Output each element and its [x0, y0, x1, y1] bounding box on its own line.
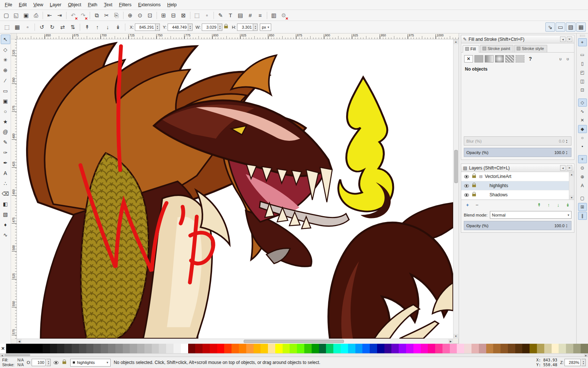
close-icon[interactable]: ✕	[567, 36, 572, 42]
calligraphy-tool[interactable]: ✒	[1, 158, 10, 168]
remove-layer-button[interactable]: −	[473, 201, 481, 208]
snap-object-centers-button[interactable]: ⊙	[578, 164, 587, 172]
move-patterns-toggle[interactable]: ▦	[576, 22, 586, 32]
palette-swatch-35[interactable]	[261, 344, 268, 353]
blur-spinner[interactable]: ▴▾	[564, 138, 569, 144]
palette-swatch-24[interactable]	[181, 344, 188, 353]
rotate-ccw-button[interactable]: ↺	[37, 22, 47, 32]
layers-title-bar[interactable]: ▤ Layers (Shift+Ctrl+L) ◂ ✕	[461, 164, 574, 172]
select-all-button[interactable]: ⬚	[2, 22, 12, 32]
flip-horizontal-button[interactable]: ⇄	[58, 22, 67, 32]
palette-swatch-49[interactable]	[362, 344, 370, 353]
palette-swatch-12[interactable]	[93, 344, 101, 353]
snap-page-border-button[interactable]: ▢	[578, 194, 587, 202]
node-tool[interactable]: ◇	[1, 45, 10, 54]
palette-swatch-14[interactable]	[108, 344, 115, 353]
tab-stroke-paint[interactable]: Stroke paint	[480, 45, 513, 52]
paint-none-button[interactable]: ✕	[464, 55, 473, 62]
star-tool[interactable]: ★	[1, 117, 10, 126]
snap-paths-button[interactable]: ∿	[578, 107, 587, 115]
menu-file[interactable]: File	[1, 0, 15, 9]
spray-tool[interactable]: ∴	[1, 179, 10, 188]
palette-swatch-30[interactable]	[224, 344, 232, 353]
deselect-button[interactable]: ▫	[23, 22, 32, 32]
gradient-tool[interactable]: ▧	[1, 210, 10, 219]
raise-layer-to-top-button[interactable]: ↟	[535, 201, 543, 208]
spin-down-icon[interactable]: ▾	[566, 141, 567, 143]
spin-down-icon[interactable]: ▾	[48, 362, 49, 365]
menu-help[interactable]: Help	[164, 0, 180, 9]
current-layer-select[interactable]: highlights ▾	[70, 359, 111, 367]
fill-rule-nonzero-button[interactable]: υ	[557, 56, 564, 62]
palette-swatch-57[interactable]	[421, 344, 428, 353]
palette-swatch-34[interactable]	[254, 344, 261, 353]
unit-select[interactable]: px ▾	[260, 24, 271, 31]
horizontal-ruler[interactable]: 6506757007257507758008258508759009259509…	[17, 33, 459, 39]
spin-down-icon[interactable]: ▾	[157, 27, 158, 29]
no-color-swatch[interactable]: ✕	[0, 344, 6, 353]
spin-down-icon[interactable]: ▾	[255, 27, 256, 29]
palette-swatch-22[interactable]	[166, 344, 173, 353]
width-spinner[interactable]: ▴▾	[218, 24, 222, 31]
fill-rule-evenodd-button[interactable]: ʊ	[564, 56, 571, 62]
menu-object[interactable]: Object	[65, 0, 85, 9]
deselect-button[interactable]: ▫	[202, 11, 212, 20]
scale-corners-toggle[interactable]: ▭	[556, 22, 565, 32]
add-layer-button[interactable]: +	[463, 201, 472, 208]
palette-swatch-69[interactable]	[508, 344, 515, 353]
blur-slider[interactable]: Blur (%) 0.0 ▴▾	[464, 136, 571, 146]
snap-grid-button[interactable]: ⊞	[578, 203, 587, 211]
y-input[interactable]: 448.749	[168, 24, 188, 31]
palette-swatch-9[interactable]	[72, 344, 79, 353]
menu-text[interactable]: Text	[101, 0, 116, 9]
undo-button[interactable]: ↶✕	[68, 11, 78, 20]
palette-swatch-37[interactable]	[275, 344, 283, 353]
palette-swatch-1[interactable]	[14, 344, 21, 353]
dock-arrow-icon[interactable]: ◂	[560, 165, 566, 171]
palette-swatch-31[interactable]	[232, 344, 239, 353]
paint-radial-gradient-button[interactable]	[495, 55, 504, 62]
export-button[interactable]: ⇥	[55, 11, 64, 20]
scroll-left-icon[interactable]: ◀	[17, 339, 22, 344]
palette-swatch-32[interactable]	[239, 344, 246, 353]
xml-editor-button[interactable]: #	[245, 11, 255, 20]
height-field[interactable]: H: 3.301 ▴▾	[230, 24, 258, 31]
text-tool[interactable]: A	[1, 168, 10, 178]
palette-swatch-50[interactable]	[370, 344, 377, 353]
width-field[interactable]: W: 3.029 ▴▾	[193, 24, 222, 31]
snap-bbox-centers-button[interactable]: ⊡	[578, 86, 587, 94]
spin-down-icon[interactable]: ▾	[566, 226, 567, 228]
palette-swatch-70[interactable]	[515, 344, 523, 353]
snap-nodes-button[interactable]: ◇	[578, 99, 587, 107]
palette-swatch-39[interactable]	[290, 344, 297, 353]
bezier-tool[interactable]: ✑	[1, 148, 10, 157]
palette-swatch-67[interactable]	[493, 344, 501, 353]
layer-lock-icon[interactable]	[472, 185, 476, 187]
palette-swatch-51[interactable]	[377, 344, 384, 353]
object-opacity-spinner[interactable]: ▴▾	[46, 359, 51, 366]
layers-dialog-button[interactable]: ▤	[236, 11, 245, 20]
zoom-tool[interactable]: ⊕	[1, 65, 10, 75]
zoom-to-drawing-button[interactable]: ⊙	[135, 11, 145, 20]
blur-value[interactable]: 0.0	[559, 139, 564, 143]
snap-bbox-edges-button[interactable]: ▯	[578, 60, 587, 68]
canvas[interactable]	[17, 39, 453, 339]
palette-swatch-18[interactable]	[137, 344, 144, 353]
tweak-tool[interactable]: ✳	[1, 55, 10, 65]
layer-row-vectorlineart[interactable]: ⊟VectorLineArt	[461, 172, 574, 181]
ellipse-tool[interactable]: ○	[1, 107, 10, 116]
selector-tool[interactable]: ↖	[1, 35, 10, 44]
height-spinner[interactable]: ▴▾	[253, 24, 258, 31]
tab-fill[interactable]: Fill	[463, 45, 479, 53]
expander-icon[interactable]: ⊟	[479, 174, 483, 179]
vertical-scroll-thumb[interactable]	[454, 150, 458, 183]
palette-swatch-10[interactable]	[79, 344, 86, 353]
palette-swatch-46[interactable]	[341, 344, 348, 353]
palette-swatch-44[interactable]	[326, 344, 333, 353]
text-and-font-dialog-button[interactable]: T	[226, 11, 235, 20]
width-input[interactable]: 3.029	[202, 24, 218, 31]
paint-swatch-button[interactable]	[516, 55, 524, 62]
fill-stroke-dialog-button[interactable]: ✎	[216, 11, 225, 20]
fill-stroke-indicator[interactable]: Fill: N/A Stroke: N/A	[2, 358, 24, 367]
palette-swatch-66[interactable]	[486, 344, 494, 353]
